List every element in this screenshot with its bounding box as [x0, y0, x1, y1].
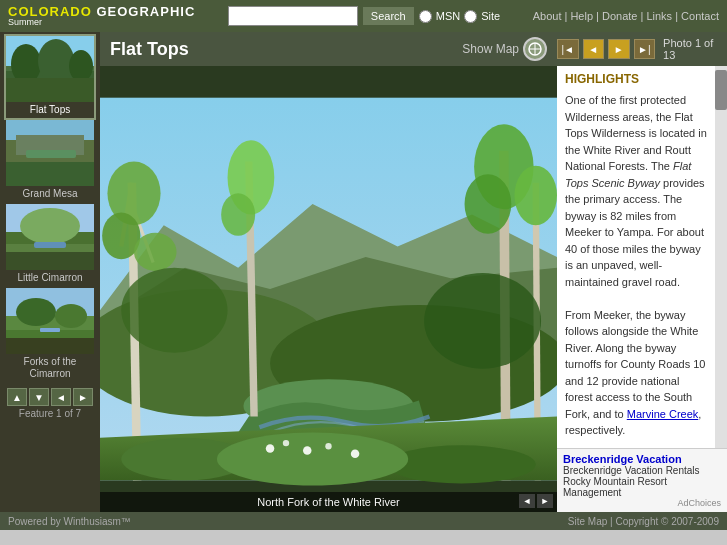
highlights-text: One of the first protected Wilderness ar…	[565, 92, 707, 448]
logo-sub: Summer	[8, 18, 195, 27]
image-prev-btn[interactable]: ◄	[519, 494, 535, 508]
sidebar-label-little-cimarron: Little Cimarron	[6, 270, 94, 286]
highlights-title: HIGHLIGHTS	[565, 72, 707, 86]
svg-point-50	[217, 432, 408, 485]
svg-point-38	[134, 233, 177, 271]
sidebar-prev-btn[interactable]: ◄	[51, 388, 71, 406]
sidebar: Flat Tops Grand Mesa	[0, 32, 100, 512]
svg-point-53	[303, 446, 312, 455]
ad-title[interactable]: Breckenridge Vacation	[563, 453, 721, 465]
center-panel: Flat Tops Show Map	[100, 32, 557, 512]
header: COLORADO GEOGRAPHIC Summer Search MSN Si…	[0, 0, 727, 32]
radio-site-label: Site	[481, 10, 500, 22]
svg-point-57	[424, 273, 541, 369]
svg-point-5	[69, 50, 93, 82]
photo-count: Photo 1 of 13	[663, 37, 727, 61]
sidebar-nav: ▲ ▼ ◄ ► Feature 1 of 7	[7, 388, 93, 419]
thumb-image-little-cimarron	[6, 204, 94, 270]
marvine-creek-link[interactable]: Marvine Creek	[627, 408, 699, 420]
svg-rect-12	[26, 150, 76, 158]
svg-rect-11	[6, 162, 94, 186]
search-area: Search MSN Site	[203, 6, 524, 26]
ad-area: Breckenridge Vacation Breckenridge Vacat…	[557, 448, 727, 512]
logo-geographic: GEOGRAPHIC	[96, 4, 195, 19]
image-next-btn[interactable]: ►	[537, 494, 553, 508]
svg-point-16	[20, 208, 80, 244]
photo-last-btn[interactable]: ►|	[634, 39, 656, 59]
main-area: Flat Tops Grand Mesa	[0, 32, 727, 512]
search-button[interactable]: Search	[362, 6, 415, 26]
highlights-text-3: From Meeker, the byway follows alongside…	[565, 309, 705, 420]
main-image	[100, 66, 557, 512]
svg-point-46	[514, 166, 557, 226]
svg-point-54	[325, 443, 331, 449]
page-title: Flat Tops	[110, 39, 462, 60]
svg-point-41	[221, 193, 255, 236]
image-nav: ◄ ►	[519, 494, 553, 508]
svg-point-22	[16, 298, 56, 326]
svg-point-56	[121, 268, 227, 353]
sidebar-up-btn[interactable]: ▲	[7, 388, 27, 406]
thumb-image-flat-tops	[6, 36, 94, 102]
radio-area: MSN Site	[419, 10, 500, 23]
sidebar-item-little-cimarron[interactable]: Little Cimarron	[6, 204, 94, 286]
thumb-image-forks-cimarron	[6, 288, 94, 354]
svg-rect-18	[6, 252, 94, 270]
sidebar-label-flat-tops: Flat Tops	[6, 102, 94, 118]
svg-rect-25	[6, 338, 94, 354]
svg-point-23	[55, 304, 87, 328]
svg-rect-6	[6, 78, 94, 102]
photo-next-btn[interactable]: ►	[608, 39, 630, 59]
svg-rect-17	[34, 242, 66, 248]
right-panel: |◄ ◄ ► ►| Photo 1 of 13 HIGHLIGHTS One o…	[557, 32, 727, 512]
svg-point-52	[283, 440, 289, 446]
footer-right: Site Map | Copyright © 2007-2009	[568, 516, 719, 527]
svg-rect-24	[40, 328, 60, 332]
nav-links: About | Help | Donate | Links | Contact	[533, 10, 719, 22]
sidebar-down-btn[interactable]: ▼	[29, 388, 49, 406]
sidebar-item-flat-tops[interactable]: Flat Tops	[6, 36, 94, 118]
thumb-image-grand-mesa	[6, 120, 94, 186]
radio-site[interactable]	[464, 10, 477, 23]
sidebar-label-forks-cimarron: Forks of theCimarron	[6, 354, 94, 382]
map-icon	[523, 37, 547, 61]
footer: Powered by Winthusiasm™ Site Map | Copyr…	[0, 512, 727, 530]
sidebar-item-grand-mesa[interactable]: Grand Mesa	[6, 120, 94, 202]
highlights-area: HIGHLIGHTS One of the first protected Wi…	[557, 66, 715, 448]
svg-point-49	[387, 445, 536, 483]
radio-msn-label: MSN	[436, 10, 460, 22]
feature-count: Feature 1 of 7	[19, 408, 81, 419]
ad-text: Breckenridge Vacation Rentals Rocky Moun…	[563, 465, 721, 498]
scrollbar[interactable]	[715, 66, 727, 448]
show-map-label: Show Map	[462, 42, 519, 56]
search-input[interactable]	[228, 6, 358, 26]
arrow-buttons: ▲ ▼ ◄ ►	[7, 388, 93, 406]
page-header: Flat Tops Show Map	[100, 32, 557, 66]
photo-nav-bar: |◄ ◄ ► ►| Photo 1 of 13	[557, 32, 727, 66]
sidebar-label-grand-mesa: Grand Mesa	[6, 186, 94, 202]
svg-point-51	[266, 444, 275, 453]
show-map-area[interactable]: Show Map	[462, 37, 547, 61]
photo-prev-btn[interactable]: ◄	[583, 39, 605, 59]
sidebar-item-forks-cimarron[interactable]: Forks of theCimarron	[6, 288, 94, 382]
svg-point-55	[351, 449, 360, 458]
sidebar-next-btn[interactable]: ►	[73, 388, 93, 406]
svg-point-4	[38, 39, 74, 83]
radio-msn[interactable]	[419, 10, 432, 23]
highlights-text-2: provides the primary access. The byway i…	[565, 177, 705, 288]
main-image-area: North Fork of the White River ◄ ►	[100, 66, 557, 512]
footer-left: Powered by Winthusiasm™	[8, 516, 131, 527]
logo-area: COLORADO GEOGRAPHIC Summer	[8, 5, 195, 27]
image-caption: North Fork of the White River	[100, 492, 557, 512]
ad-choices: AdChoices	[563, 498, 721, 508]
svg-point-44	[465, 174, 512, 234]
photo-first-btn[interactable]: |◄	[557, 39, 579, 59]
